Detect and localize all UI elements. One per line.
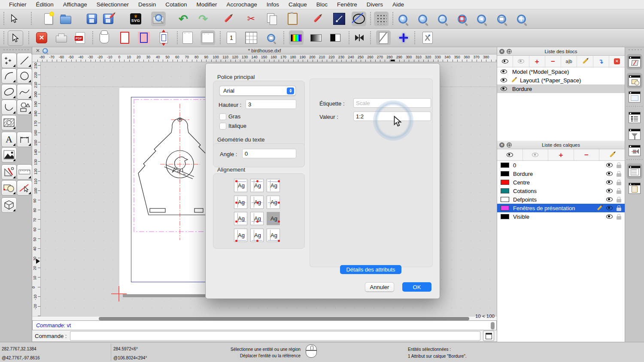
modify-tools-button[interactable] (1, 164, 17, 180)
menu-item-cotation[interactable]: Cotation (161, 1, 191, 8)
zoom-page-button[interactable] (264, 30, 278, 45)
menu-item-bloc[interactable]: Bloc (312, 1, 332, 8)
points-tool-button[interactable] (1, 53, 17, 68)
pan-button[interactable] (514, 12, 529, 26)
dock-layer-list-button[interactable] (627, 110, 642, 125)
italic-checkbox[interactable] (219, 123, 226, 130)
dock-notification-button[interactable] (627, 143, 642, 158)
alignment-cell[interactable]: Ag (267, 179, 280, 192)
menu-item-fenetre[interactable]: Fenêtre (332, 1, 362, 8)
menu-item-infos[interactable]: Infos (262, 1, 284, 8)
layer-lock-icon[interactable] (617, 208, 621, 211)
layer-lock-icon[interactable] (617, 173, 621, 177)
alignment-cell[interactable]: Ag (234, 229, 247, 242)
layer-visibility-icon[interactable] (606, 180, 613, 184)
alignment-cell[interactable]: Ag (267, 212, 280, 225)
strip-drag-handle[interactable] (628, 48, 641, 51)
circle-tool-button[interactable] (17, 68, 32, 84)
delete-tool-button[interactable] (220, 12, 235, 26)
show-points-button[interactable] (396, 30, 411, 45)
menu-item-dessin[interactable]: Dessin (134, 1, 161, 8)
svg-export-button[interactable]: ♛SVG (128, 12, 143, 26)
draft-mode-button[interactable] (376, 30, 391, 45)
menu-item-modifier[interactable]: Modifier (191, 1, 222, 8)
visibility-eye-icon[interactable] (501, 69, 507, 74)
alignment-cell[interactable]: Ag (250, 196, 264, 209)
line-tool-button[interactable] (332, 12, 346, 26)
alignment-cell[interactable]: Ag (250, 179, 264, 192)
scrollbar-thumb[interactable] (99, 317, 469, 320)
shapes-tool-button[interactable] (17, 100, 32, 115)
rename-block-button[interactable]: a|b (561, 56, 577, 67)
visibility-eye-icon[interactable] (501, 87, 507, 91)
zoom-previous-button[interactable]: ◀ (474, 12, 489, 26)
lineweight-button[interactable] (352, 30, 367, 45)
full-color-mode-button[interactable] (289, 30, 304, 45)
layer-lock-icon[interactable] (617, 190, 621, 194)
layer-lock-icon[interactable] (617, 165, 621, 168)
block-row[interactable]: Model (*Model_Space) (497, 67, 625, 76)
menu-item-affichage[interactable]: Affichage (58, 1, 92, 8)
redo-button[interactable]: ↷ (196, 12, 210, 26)
remove-layer-button[interactable]: − (574, 149, 600, 160)
paper-borders-button[interactable] (117, 30, 132, 45)
zoom-window-button[interactable] (494, 12, 509, 26)
edit-block-button[interactable] (577, 56, 593, 67)
layer-lock-icon[interactable] (617, 216, 621, 220)
zoom-selection-button[interactable] (455, 12, 469, 26)
spline-tool-button[interactable] (17, 84, 32, 100)
add-layer-button[interactable]: + (548, 149, 574, 160)
dock-property-editor-button[interactable] (627, 89, 642, 105)
selection-tools-button[interactable] (17, 180, 32, 196)
zoom-auto-button[interactable] (435, 12, 450, 26)
dock-command-line-button[interactable] (627, 163, 642, 179)
insert-block-button[interactable]: ↴ (593, 56, 609, 67)
edit-attributes-button[interactable] (310, 12, 324, 26)
save-as-button[interactable] (101, 12, 115, 26)
grid-toggle-button[interactable] (374, 12, 389, 26)
height-input[interactable] (246, 100, 296, 109)
print-preview-button[interactable] (151, 12, 166, 26)
ellipse-tool-button[interactable] (1, 84, 17, 100)
select-tool-button[interactable] (7, 12, 21, 26)
portrait-page-button[interactable] (180, 30, 195, 45)
menu-item-edition[interactable]: Édition (31, 1, 58, 8)
alignment-cell[interactable]: Ag (250, 229, 264, 242)
text-tool-button[interactable]: A (1, 132, 17, 147)
visibility-eye-icon[interactable] (501, 78, 507, 82)
menu-item-divers[interactable]: Divers (362, 1, 388, 8)
alignment-cell[interactable]: Ag (267, 196, 280, 209)
bold-checkbox[interactable] (219, 113, 226, 120)
alignment-cell[interactable]: Ag (250, 212, 264, 225)
layer-row[interactable]: Defpoints (497, 195, 625, 204)
ok-button[interactable]: OK (402, 282, 431, 292)
hatch-tool-button[interactable] (1, 115, 17, 130)
layer-row[interactable]: Cotations (497, 187, 625, 195)
attribute-details-button[interactable]: Détails des attributs (340, 265, 401, 274)
pan-hand-button[interactable] (97, 30, 112, 45)
command-window-button[interactable] (483, 331, 494, 341)
menu-item-aide[interactable]: Aide (388, 1, 409, 8)
zoom-in-button[interactable]: + (395, 12, 410, 26)
show-all-blocks-button[interactable] (497, 56, 513, 67)
purge-block-button[interactable]: ✕ (609, 56, 625, 67)
alignment-cell[interactable]: Ag (234, 179, 247, 192)
close-drawing-button[interactable]: ✕ (34, 30, 49, 45)
layer-row[interactable]: Bordure (497, 169, 625, 178)
remove-block-button[interactable]: − (545, 56, 561, 67)
grayscale-mode-button[interactable] (309, 30, 323, 45)
single-page-button[interactable]: 1 (224, 30, 239, 45)
measure-tools-button[interactable] (17, 164, 32, 180)
cut-button[interactable]: ✂ (244, 12, 258, 26)
blackwhite-mode-button[interactable] (328, 30, 343, 45)
new-file-button[interactable] (41, 12, 56, 26)
paste-button[interactable] (285, 12, 300, 26)
preferences-button[interactable] (420, 30, 435, 45)
cancel-button[interactable]: Annuler (365, 282, 394, 292)
info-tools-button[interactable] (1, 180, 17, 196)
edit-layer-button[interactable] (599, 149, 625, 160)
dimension-tool-button[interactable] (17, 132, 32, 147)
layer-row[interactable]: Fenêtres de présentation (497, 204, 625, 212)
ellipse-tool-button[interactable] (352, 12, 366, 26)
block-row[interactable]: Bordure (497, 84, 625, 93)
